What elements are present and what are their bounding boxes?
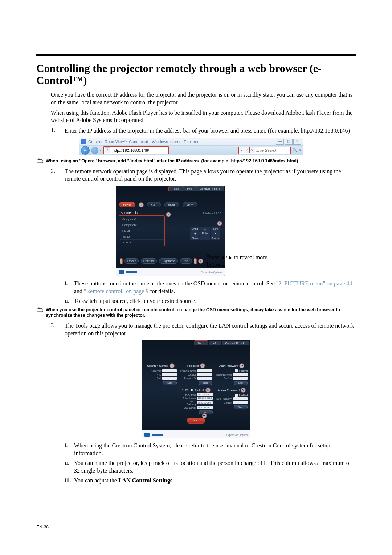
note-sync: When you use the projector control panel… bbox=[44, 307, 356, 319]
rv-source-hdmi[interactable]: HDMI bbox=[120, 228, 164, 234]
rv-source-video[interactable]: Video bbox=[120, 234, 164, 240]
tp-crestron-ip[interactable] bbox=[162, 369, 177, 372]
tp-adminpw-new[interactable] bbox=[233, 397, 248, 400]
tp-dhcp-radio[interactable] bbox=[191, 389, 193, 391]
s3-sub-i-label: i. bbox=[65, 442, 74, 457]
tp-tab-tools[interactable]: Tools bbox=[194, 341, 208, 345]
rv-vol-down-button[interactable]: Vol - bbox=[147, 202, 161, 207]
rv-brightness-button[interactable]: Brightness bbox=[159, 258, 178, 264]
rv-tab-tools[interactable]: Tools bbox=[169, 186, 183, 191]
sub-ii-text: To switch input source, click on your de… bbox=[74, 297, 356, 305]
link-picture-menu[interactable]: "2. PICTURE menu" on page 44 bbox=[276, 280, 352, 287]
crestron-logo bbox=[119, 270, 137, 274]
rv-tab-contact[interactable]: Contact IT Help bbox=[196, 186, 224, 191]
rv-dpad-auto[interactable]: Auto bbox=[211, 227, 220, 231]
sub-i-label: i. bbox=[65, 280, 74, 295]
step-number-2: 2. bbox=[51, 168, 65, 183]
rv-dpad-blank[interactable]: Blank bbox=[190, 236, 200, 240]
tp-crestron-port[interactable] bbox=[162, 377, 177, 380]
step-number-3: 3. bbox=[51, 322, 65, 337]
s3-sub-iii-text: You can adjust the LAN Control Settings. bbox=[74, 477, 356, 485]
top-rule bbox=[36, 54, 356, 56]
rv-power-button[interactable]: Power bbox=[119, 202, 135, 207]
tp-col-projector: Projectorii Projector Name Location Assi… bbox=[180, 364, 212, 385]
right-triangle-icon bbox=[229, 256, 232, 260]
tp-proj-location[interactable] bbox=[197, 373, 212, 376]
tp-userpw-send[interactable]: Send bbox=[234, 381, 248, 385]
nav-dropdown[interactable]: ▾ bbox=[100, 148, 102, 152]
tp-userpw-enabled-chk[interactable] bbox=[235, 369, 238, 372]
tp-adminpw-send[interactable]: Send bbox=[234, 405, 248, 409]
s3-sub-ii-text: You can name the projector, keep track o… bbox=[74, 459, 356, 475]
search-refresh-icon[interactable]: ↯ bbox=[244, 147, 250, 153]
rv-vol-up-button[interactable]: Vol + bbox=[183, 202, 197, 207]
rv-source-computer1[interactable]: Computer1 bbox=[120, 216, 164, 222]
page-footer: EN-38 bbox=[36, 524, 49, 530]
tp-callout-iv: iv bbox=[240, 364, 244, 368]
tp-tab-contact[interactable]: Contact IT Help bbox=[222, 341, 249, 345]
rv-source-computer2[interactable]: Computer2 bbox=[120, 222, 164, 228]
tp-footer-link[interactable]: Expansion Options bbox=[226, 434, 248, 436]
tp-callout-ii: ii bbox=[200, 364, 205, 368]
rv-dpad-menu[interactable]: Menu bbox=[190, 227, 200, 231]
tp-crestron-send[interactable]: Send bbox=[163, 381, 177, 385]
s3-sub-ii-label: ii. bbox=[65, 459, 74, 475]
intro-paragraph-2: When using this function, Adobe Flash Pl… bbox=[51, 109, 356, 125]
rv-dpad-source[interactable]: Source bbox=[211, 236, 220, 240]
tp-proj-assigned[interactable] bbox=[197, 377, 212, 380]
rv-contrast-button[interactable]: Contrast bbox=[141, 258, 157, 264]
browser-window-title: Crestron RoomView™ Connected - Windows I… bbox=[88, 139, 276, 144]
crestron-logo-2 bbox=[144, 433, 163, 437]
tp-adminpw-enabled-chk[interactable] bbox=[235, 394, 238, 397]
sub-ii-label: ii. bbox=[65, 297, 74, 305]
rv-dpad-left[interactable]: ◀ bbox=[190, 231, 200, 236]
rv-left-slider-handle[interactable] bbox=[120, 259, 122, 264]
tp-net-dns[interactable]: 10.82.15.15 bbox=[197, 406, 212, 409]
tp-userpw-new[interactable] bbox=[233, 373, 248, 376]
rv-tab-info[interactable]: Info bbox=[183, 186, 195, 191]
rv-dpad-panel: i Menu ▲ Auto ◀ Enter ▶ Blank ▼ Source bbox=[189, 226, 221, 241]
rv-callout-bottom-i: i bbox=[199, 259, 203, 263]
search-stop-icon[interactable]: ✕ bbox=[250, 147, 255, 153]
search-go-button[interactable]: 🔍 ▾ bbox=[292, 147, 301, 154]
sub-i-text: These buttons function the same as the o… bbox=[74, 280, 356, 295]
rv-dpad-down[interactable]: ▼ bbox=[200, 236, 210, 240]
rv-color-button[interactable]: Color bbox=[180, 258, 192, 264]
rv-dpad-enter[interactable]: Enter bbox=[200, 231, 210, 236]
tp-callout-i: i bbox=[170, 364, 174, 368]
rv-right-slider-handle[interactable] bbox=[194, 259, 196, 264]
link-remote-control[interactable]: "Remote control" on page 9 bbox=[84, 288, 148, 294]
tp-exit-button[interactable]: Exit vi bbox=[187, 418, 205, 423]
tp-callout-iii: iii bbox=[206, 388, 210, 392]
rv-mute-button[interactable]: Mute bbox=[164, 202, 179, 207]
tp-proj-send[interactable]: Send bbox=[199, 381, 212, 385]
window-close-button[interactable]: ✕ bbox=[293, 139, 301, 145]
tp-crestron-ipid[interactable] bbox=[162, 373, 177, 376]
window-maximize-button[interactable]: ▢ bbox=[285, 139, 293, 145]
tp-userpw-confirm[interactable] bbox=[233, 377, 248, 380]
window-minimize-button[interactable]: — bbox=[276, 139, 284, 145]
browser-forward-button[interactable] bbox=[91, 147, 98, 154]
browser-search-input[interactable] bbox=[255, 148, 290, 153]
tp-adminpw-confirm[interactable] bbox=[233, 401, 248, 404]
tp-tab-info[interactable]: Info bbox=[209, 341, 221, 345]
tp-col-userpw: User Passwordiv Enabled New Password Con… bbox=[215, 364, 248, 385]
rv-dpad-up[interactable]: ▲ bbox=[200, 227, 210, 231]
tp-col-adminpw: Admin Passwordv Enabled New Password Con… bbox=[216, 388, 248, 409]
step-3-text: The Tools page allows you to manage the … bbox=[65, 322, 356, 337]
rv-dpad-right[interactable]: ▶ bbox=[211, 231, 220, 236]
search-dropdown-icon[interactable]: ▾ bbox=[239, 147, 244, 153]
tp-proj-name[interactable] bbox=[197, 369, 212, 372]
rv-footer-link[interactable]: Expansion Options bbox=[201, 271, 222, 274]
step-1-text: Enter the IP address of the projector in… bbox=[65, 127, 356, 135]
browser-back-button[interactable]: ← bbox=[81, 146, 90, 155]
rv-callout-i: i bbox=[139, 203, 143, 207]
rv-freeze-button[interactable]: Freeze bbox=[124, 258, 139, 264]
s3-sub-i-text: When using the Crestron Control System, … bbox=[74, 442, 356, 457]
tp-net-gateway[interactable]: 10.82.30.254 bbox=[197, 401, 212, 404]
rv-source-svideo[interactable]: S-Video bbox=[120, 240, 164, 245]
tp-net-ip[interactable]: 10.82.30.86 bbox=[197, 393, 212, 396]
browser-favicon bbox=[81, 139, 86, 144]
tp-net-subnet[interactable]: 255.255.255.0 bbox=[197, 397, 212, 400]
address-bar-input[interactable] bbox=[111, 148, 168, 153]
